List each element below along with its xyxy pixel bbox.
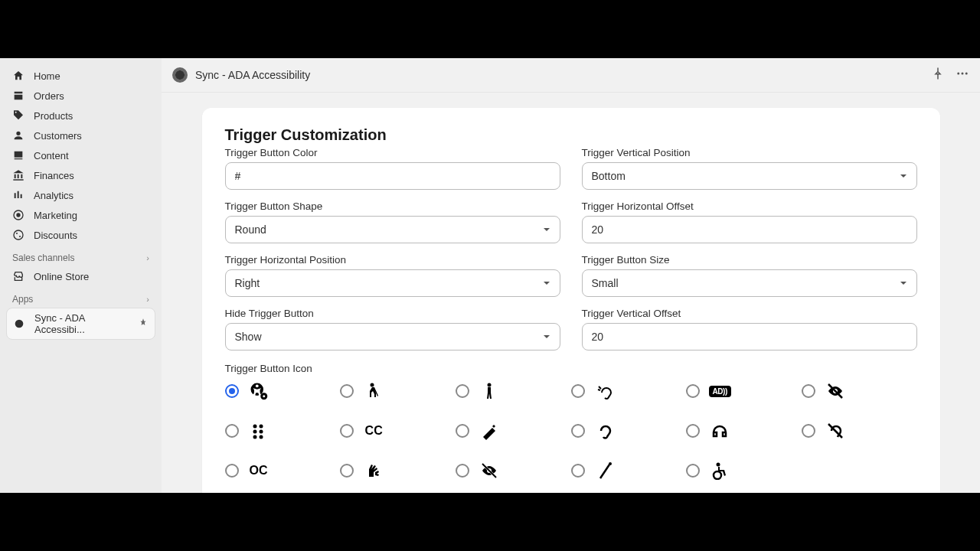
field-trigger-vpos: Trigger Vertical Position Bottom	[582, 147, 917, 190]
icon-option-screen-reader[interactable]	[456, 420, 571, 442]
icon-option-wheelchair[interactable]	[686, 460, 802, 481]
radio[interactable]	[456, 464, 469, 478]
nav-label: Discounts	[34, 230, 77, 241]
radio[interactable]	[225, 424, 239, 438]
nav-label: Sync - ADA Accessibi...	[34, 312, 129, 335]
radio[interactable]	[225, 464, 239, 478]
radio[interactable]	[571, 424, 585, 438]
icon-option-headphones[interactable]	[686, 420, 802, 442]
radio[interactable]	[802, 384, 815, 398]
nav-discounts[interactable]: Discounts	[6, 225, 155, 245]
nav-content[interactable]: Content	[6, 145, 155, 165]
radio[interactable]	[225, 384, 239, 398]
open-captions-icon: OC	[248, 460, 270, 481]
wheelchair-icon	[709, 460, 730, 481]
deaf-slash-icon	[825, 420, 846, 442]
icon-option-deaf-slash[interactable]	[802, 420, 917, 442]
nav-home[interactable]: Home	[6, 66, 155, 86]
icon-option-braille-dots[interactable]	[225, 420, 341, 442]
cane-icon	[594, 460, 616, 481]
nav-analytics[interactable]: Analytics	[6, 185, 155, 205]
trigger-size-select[interactable]: Small	[582, 269, 917, 297]
radio[interactable]	[456, 424, 469, 438]
svg-point-21	[609, 462, 612, 465]
nav-label: Content	[34, 150, 69, 161]
icon-option-person-standing[interactable]	[456, 380, 571, 402]
field-trigger-hoff: Trigger Horizontal Offset	[582, 201, 917, 243]
nav-app-sync[interactable]: Sync - ADA Accessibi...	[6, 308, 155, 340]
field-label: Trigger Vertical Position	[582, 147, 917, 158]
nav-label: Marketing	[34, 210, 77, 221]
trigger-hpos-select[interactable]: Right	[225, 269, 560, 297]
radio[interactable]	[340, 424, 354, 438]
nav-finances[interactable]: Finances	[6, 165, 155, 185]
icon-option-low-vision-slash[interactable]	[802, 380, 917, 402]
topbar-actions	[931, 67, 969, 83]
nav-online-store[interactable]: Online Store	[6, 266, 155, 286]
svg-point-1	[16, 213, 20, 217]
card-title: Trigger Customization	[225, 126, 917, 144]
nav-products[interactable]: Products	[6, 106, 155, 126]
nav-label: Analytics	[34, 190, 74, 201]
nav-marketing[interactable]: Marketing	[6, 205, 155, 225]
svg-point-17	[253, 435, 256, 439]
icon-option-audio-description[interactable]: AD))	[686, 380, 802, 402]
field-trigger-size: Trigger Button Size Small	[582, 254, 917, 297]
more-icon[interactable]	[956, 67, 969, 83]
trigger-hoff-input[interactable]	[582, 216, 917, 243]
pin-icon[interactable]	[931, 67, 945, 83]
trigger-customization-card: Trigger Customization Trigger Button Col…	[202, 108, 940, 493]
chevron-right-icon: ›	[146, 253, 149, 262]
svg-point-15	[253, 425, 256, 429]
discount-icon	[12, 229, 24, 241]
trigger-voff-input[interactable]	[582, 323, 917, 350]
icon-option-blind-walking[interactable]	[340, 380, 456, 402]
radio[interactable]	[802, 424, 815, 438]
pin-icon[interactable]	[138, 318, 149, 331]
radio[interactable]	[686, 424, 700, 438]
section-apps[interactable]: Apps›	[6, 286, 155, 308]
radio[interactable]	[456, 384, 469, 398]
topbar: Sync - ADA Accessibility	[162, 58, 980, 93]
svg-point-18	[259, 425, 263, 429]
icon-option-universal-access-gear[interactable]	[225, 380, 341, 402]
icon-option-assistive-listening[interactable]	[571, 380, 687, 402]
field-label: Trigger Horizontal Offset	[582, 201, 917, 212]
icon-option-closed-captions[interactable]: CC	[340, 420, 456, 442]
trigger-vpos-select[interactable]: Bottom	[582, 162, 917, 190]
radio[interactable]	[340, 384, 354, 398]
icon-option-ear[interactable]	[571, 420, 687, 442]
trigger-shape-select[interactable]: Round	[225, 216, 560, 243]
field-label: Trigger Vertical Offset	[582, 308, 917, 319]
nav-customers[interactable]: Customers	[6, 126, 155, 145]
field-trigger-hpos: Trigger Horizontal Position Right	[225, 254, 560, 297]
field-hide-trigger: Hide Trigger Button Show	[225, 308, 560, 350]
field-label: Trigger Button Icon	[225, 363, 917, 374]
field-trigger-shape: Trigger Button Shape Round	[225, 201, 560, 243]
hide-trigger-select[interactable]: Show	[225, 323, 560, 350]
sign-language-icon	[363, 460, 384, 481]
radio[interactable]	[686, 464, 700, 478]
icon-option-sign-language[interactable]	[340, 460, 456, 481]
nav-label: Products	[34, 110, 73, 122]
page-title: Sync - ADA Accessibility	[195, 69, 310, 81]
app-shell: Home Orders Products Customers Content F…	[0, 58, 980, 493]
radio[interactable]	[571, 384, 585, 398]
radio[interactable]	[571, 464, 585, 478]
radio[interactable]	[340, 464, 354, 478]
svg-point-19	[259, 430, 263, 434]
radio[interactable]	[686, 384, 700, 398]
icon-option-open-captions[interactable]: OC	[225, 460, 341, 481]
nav-label: Customers	[34, 130, 82, 142]
field-label: Hide Trigger Button	[225, 308, 560, 319]
section-sales-channels[interactable]: Sales channels›	[6, 245, 155, 266]
svg-point-22	[717, 463, 720, 467]
sidebar: Home Orders Products Customers Content F…	[0, 58, 162, 493]
target-icon	[12, 209, 24, 221]
icon-option-eye-slash[interactable]	[456, 460, 571, 481]
nav-orders[interactable]: Orders	[6, 86, 155, 106]
svg-point-5	[15, 320, 24, 328]
svg-point-16	[253, 430, 256, 434]
icon-option-cane[interactable]	[571, 460, 687, 481]
trigger-color-input[interactable]	[225, 162, 560, 190]
